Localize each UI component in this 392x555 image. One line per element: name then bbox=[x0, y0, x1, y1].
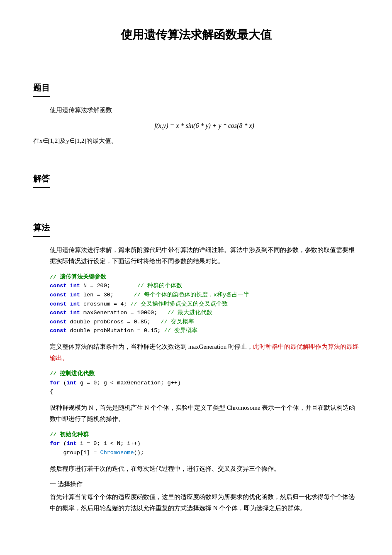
desc1-part1: 定义整体算法的结束条件为，当种群进化次数达到 maxGeneration 时停止… bbox=[50, 343, 253, 350]
sub-heading-select: 一 选择操作 bbox=[50, 479, 359, 490]
code-line-3: const int crossnum = 4; // 交叉操作时多点交叉的交叉点… bbox=[50, 300, 359, 309]
desc1: 定义整体算法的结束条件为，当种群进化次数达到 maxGeneration 时停止… bbox=[50, 341, 359, 364]
desc4: 首先计算当前每个个体的适应度函数值，这里的适应度函数即为所要求的优化函数，然后归… bbox=[50, 491, 359, 514]
answer-heading: 解答 bbox=[33, 171, 50, 188]
code-init2: group[i] = Chromosome(); bbox=[50, 448, 359, 457]
code-line-2: const int len = 30; // 每个个体的染色体的长度，x和y各占… bbox=[50, 291, 359, 300]
problem-section: 题目 使用遗传算法求解函数 f(x,y) = x * sin(6 * y) + … bbox=[33, 66, 359, 147]
code-comment2: // 控制进化代数 bbox=[50, 371, 95, 377]
code-comment3: // 初始化种群 bbox=[50, 432, 89, 438]
algorithm-intro: 使用遗传算法进行求解，篇末所附源代码中带有算法的详细注释。算法中涉及到不同的参数… bbox=[50, 244, 359, 267]
code-block-loop: // 控制进化代数 for (int g = 0; g < maxGenerat… bbox=[50, 369, 359, 396]
page-title: 使用遗传算法求解函数最大值 bbox=[33, 25, 359, 45]
answer-section: 解答 bbox=[33, 156, 359, 196]
code-comment1: // 遗传算法关键参数 bbox=[50, 274, 106, 280]
code-line-6: const double probMutation = 0.15; // 变异概… bbox=[50, 326, 359, 335]
desc3: 然后程序进行若干次的迭代，在每次迭代过程中，进行选择、交叉及变异三个操作。 bbox=[50, 463, 359, 474]
desc2: 设种群规模为 N，首先是随机产生 N 个个体，实验中定义了类型 Chromoso… bbox=[50, 402, 359, 425]
problem-domain: 在x∈[1,2]及y∈[1,2]的最大值。 bbox=[33, 135, 359, 147]
algorithm-heading: 算法 bbox=[33, 220, 50, 237]
code-line-5: const double probCross = 0.85; // 交叉概率 bbox=[50, 318, 359, 327]
problem-formula: f(x,y) = x * sin(6 * y) + y * cos(8 * x) bbox=[50, 120, 359, 131]
code-line-1: const int N = 200; // 种群的个体数 bbox=[50, 281, 359, 291]
code-block-init: // 初始化种群 for (int i = 0; i < N; i++) gro… bbox=[50, 430, 359, 457]
code-init1: for (int i = 0; i < N; i++) bbox=[50, 439, 359, 448]
problem-intro: 使用遗传算法求解函数 bbox=[50, 105, 359, 116]
algorithm-section: 算法 使用遗传算法进行求解，篇末所附源代码中带有算法的详细注释。算法中涉及到不同… bbox=[33, 205, 359, 514]
problem-heading: 题目 bbox=[33, 81, 50, 97]
code-line-4: const int maxGeneration = 10000; // 最大进化… bbox=[50, 308, 359, 318]
code-brace: { bbox=[50, 387, 359, 396]
code-block-params: // 遗传算法关键参数 const int N = 200; // 种群的个体数… bbox=[50, 273, 359, 335]
code-for: for (int g = 0; g < maxGeneration; g++) bbox=[50, 379, 359, 388]
